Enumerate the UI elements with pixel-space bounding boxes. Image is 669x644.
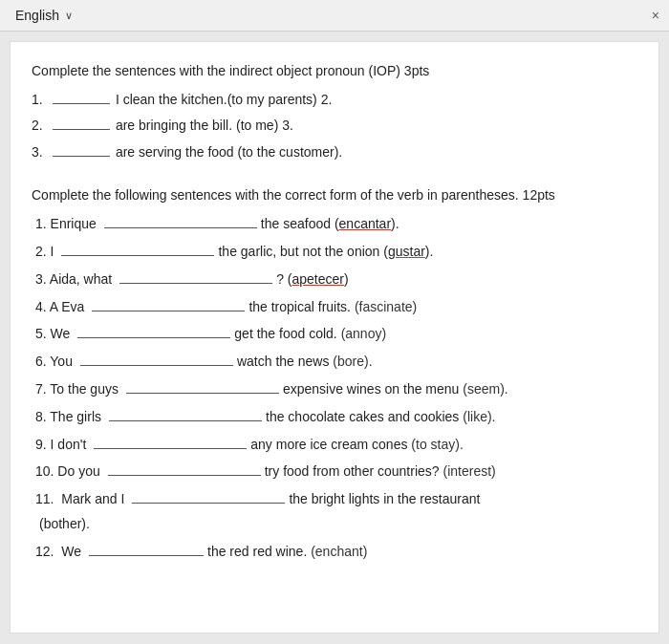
sentence-number: 3. Aida, what xyxy=(35,268,112,291)
sentence-number: 10. Do you xyxy=(35,461,100,483)
verb-hint: (like). xyxy=(463,409,495,424)
sentence-number: 9. I don't xyxy=(35,434,86,457)
blank-input[interactable] xyxy=(53,143,110,157)
verb-hint: gustar xyxy=(388,244,425,259)
sentence-number: 12. We xyxy=(35,541,81,564)
sentence-text: the bright lights in the restaurant xyxy=(289,488,480,511)
sentence-number: 2. I xyxy=(35,241,54,264)
sentence-text: watch the news (bore). xyxy=(237,351,373,374)
sentence-number: 11. Mark and I xyxy=(35,488,124,511)
verb-hint: (annoy) xyxy=(341,326,386,341)
list-item: 12. We the red red wine. (enchant) xyxy=(35,541,637,564)
sentence-text: are serving the food (to the customer). xyxy=(112,141,342,162)
section2: Complete the following sentences with th… xyxy=(32,185,637,563)
blank-input[interactable] xyxy=(53,91,110,104)
section2-header-text: Complete the following sentences with th… xyxy=(32,187,555,203)
sentence-number: 1. Enrique xyxy=(35,213,97,236)
sentence-text: any more ice cream cones (to stay). xyxy=(250,434,464,457)
verb-hint: (to stay). xyxy=(411,437,463,452)
sentence-number: 5. We xyxy=(35,323,70,346)
sentence-number: 8. The girls xyxy=(35,406,101,429)
section2-header: Complete the following sentences with th… xyxy=(32,185,637,205)
list-item: 6. You watch the news (bore). xyxy=(35,351,637,374)
sentence-number: 6. You xyxy=(35,351,73,374)
sentence-number: 2. xyxy=(32,115,51,136)
list-item: 8. The girls the chocolate cakes and coo… xyxy=(35,406,637,429)
list-item: 11. Mark and I the bright lights in the … xyxy=(35,488,637,536)
blank-input[interactable] xyxy=(126,380,279,394)
list-item: 3. Aida, what ? (apetecer) xyxy=(35,268,637,291)
sentence-text: the chocolate cakes and cookies (like). xyxy=(266,406,495,429)
list-item: 5. We get the food cold. (annoy) xyxy=(35,323,637,346)
blank-input[interactable] xyxy=(132,490,285,504)
blank-input[interactable] xyxy=(80,353,233,366)
blank-input[interactable] xyxy=(94,436,247,449)
blank-input[interactable] xyxy=(53,117,110,130)
sentence-text: the garlic, but not the onion (gustar). xyxy=(218,241,433,264)
verb-hint: (seem). xyxy=(463,381,507,397)
verb-hint: apetecer xyxy=(292,271,344,287)
sentence-text: ? (apetecer) xyxy=(276,268,349,291)
sentence-number: 4. A Eva xyxy=(35,296,84,319)
blank-input[interactable] xyxy=(89,543,204,556)
list-item: 9. I don't any more ice cream cones (to … xyxy=(35,434,637,457)
content-area: Complete the sentences with the indirect… xyxy=(10,41,659,633)
section1-header: Complete the sentences with the indirect… xyxy=(32,61,637,81)
sentence-text-cont: (bother). xyxy=(35,513,637,536)
blank-input[interactable] xyxy=(92,298,245,311)
chevron-down-icon: ∨ xyxy=(65,10,73,22)
sentence-text: expensive wines on the menu (seem). xyxy=(283,378,508,401)
verb-hint: encantar xyxy=(339,216,391,231)
verb-hint: (interest) xyxy=(442,463,495,479)
top-bar-title: English xyxy=(15,8,59,23)
sentence-text: the red red wine. (enchant) xyxy=(207,541,367,564)
sentence-number: 1. xyxy=(32,89,51,110)
sentence-text: are bringing the bill. (to me) 3. xyxy=(112,115,293,136)
sentence-number: 7. To the guys xyxy=(35,378,119,401)
sentence-text: try food from other countries? (interest… xyxy=(265,461,496,483)
blank-input[interactable] xyxy=(104,215,257,228)
list-item: 1. I clean the kitchen.(to my parents) 2… xyxy=(32,89,637,110)
section1: Complete the sentences with the indirect… xyxy=(32,61,637,162)
sentence-text: get the food cold. (annoy) xyxy=(234,323,386,346)
list-item: 10. Do you try food from other countries… xyxy=(35,461,637,483)
verb-hint: (bore). xyxy=(333,354,372,369)
close-icon[interactable]: × xyxy=(652,9,659,22)
blank-input[interactable] xyxy=(61,243,214,256)
blank-input[interactable] xyxy=(109,408,262,421)
top-bar: English ∨ × xyxy=(0,0,669,32)
blank-input[interactable] xyxy=(119,270,272,284)
list-item: 1. Enrique the seafood (encantar). xyxy=(35,213,637,236)
sentence-text: the seafood (encantar). xyxy=(261,213,399,236)
sentence-number: 3. xyxy=(32,141,51,162)
list-item: 3. are serving the food (to the customer… xyxy=(32,141,637,162)
verb-hint: (enchant) xyxy=(311,544,367,559)
list-item: 7. To the guys expensive wines on the me… xyxy=(35,378,637,401)
section2-list: 1. Enrique the seafood (encantar). 2. I … xyxy=(32,213,637,563)
list-item: 4. A Eva the tropical fruits. (fascinate… xyxy=(35,296,637,319)
list-item: 2. are bringing the bill. (to me) 3. xyxy=(32,115,637,136)
sentence-text: I clean the kitchen.(to my parents) 2. xyxy=(112,89,332,110)
blank-input[interactable] xyxy=(108,462,261,476)
list-item: 2. I the garlic, but not the onion (gust… xyxy=(35,241,637,264)
sentence-text: the tropical fruits. (fascinate) xyxy=(248,296,417,319)
verb-hint: (fascinate) xyxy=(355,299,417,314)
section1-list: 1. I clean the kitchen.(to my parents) 2… xyxy=(32,89,637,162)
blank-input[interactable] xyxy=(77,325,230,338)
